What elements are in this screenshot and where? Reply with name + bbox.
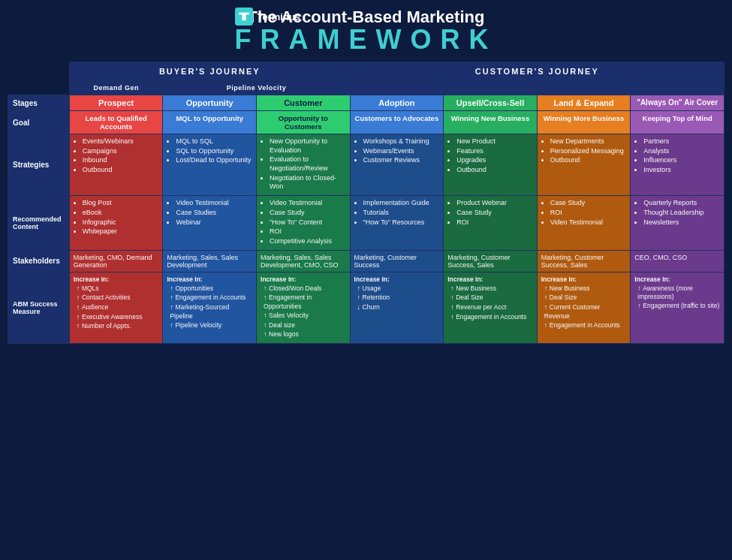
content-upsell: Product Webinar Case Study ROI bbox=[444, 196, 538, 250]
list-item: Video Testimonial bbox=[550, 218, 627, 227]
list-item: MQLs bbox=[77, 285, 159, 294]
list-item: Webinar bbox=[176, 218, 252, 227]
list-item: Customer Reviews bbox=[363, 156, 440, 165]
stage-customer: Customer bbox=[257, 95, 351, 111]
abm-customer-list: Closed/Won Deals Engagement in Opportuni… bbox=[261, 285, 346, 339]
abm-prospect: Increase In: MQLs Contact Activities Aud… bbox=[69, 272, 163, 343]
list-item: Deal size bbox=[264, 321, 346, 330]
content-prospect: Blog Post eBook Infographic Whitepaper bbox=[69, 196, 163, 250]
stages-label: Stages bbox=[8, 95, 70, 111]
list-item: Lost/Dead to Opportunity bbox=[176, 156, 252, 165]
list-item: New Opportunity to Evaluation bbox=[270, 137, 346, 155]
strategies-always: Partners Analysts Influencers Investors bbox=[631, 134, 724, 196]
strategies-row: Strategies Events/Webinars Campaigns Inb… bbox=[8, 134, 724, 196]
list-item: Campaigns bbox=[83, 147, 159, 156]
list-item: Outbound bbox=[456, 166, 533, 175]
goal-adoption: Customers to Advocates bbox=[350, 111, 444, 134]
list-item: New logos bbox=[264, 330, 346, 339]
stage-upsell: Upsell/Cross-Sell bbox=[444, 95, 538, 111]
list-item: Audience bbox=[77, 303, 159, 312]
empty-customer-subheader bbox=[350, 81, 724, 95]
abm-adoption: Increase In: Usage Retention Churn bbox=[350, 272, 444, 343]
list-item: Churn bbox=[357, 303, 440, 312]
header: Terminus The Account-Based Marketing FRA… bbox=[235, 8, 498, 56]
buyers-journey-header: BUYER'S JOURNEY bbox=[69, 62, 350, 81]
list-item: Retention bbox=[357, 294, 440, 303]
stakeholders-prospect: Marketing, CMO, Demand Generation bbox=[69, 250, 163, 272]
list-item: Inbound bbox=[83, 156, 159, 165]
strategies-adoption-list: Workshops & Training Webinars/Events Cus… bbox=[354, 137, 440, 165]
list-item: Contact Activities bbox=[77, 294, 159, 303]
stakeholders-row: Stakeholders Marketing, CMO, Demand Gene… bbox=[8, 250, 724, 272]
list-item: "How To" Content bbox=[270, 218, 346, 227]
customers-journey-header: CUSTOMER'S JOURNEY bbox=[350, 62, 724, 81]
list-item: Engagement in Accounts bbox=[170, 294, 252, 303]
list-item: Closed/Won Deals bbox=[264, 285, 346, 294]
list-item: Deal Size bbox=[450, 294, 533, 303]
stakeholders-upsell: Marketing, Customer Success, Sales bbox=[444, 250, 538, 272]
stakeholders-expand: Marketing, Customer Success, Sales bbox=[537, 250, 631, 272]
content-adoption: Implementation Guide Tutorials "How To" … bbox=[350, 196, 444, 250]
empty-subheader bbox=[8, 81, 70, 95]
content-adoption-list: Implementation Guide Tutorials "How To" … bbox=[354, 199, 440, 227]
goal-prospect: Leads to Qualified Accounts bbox=[69, 111, 163, 134]
content-always: Quarterly Reports Thought Leadership New… bbox=[631, 196, 724, 250]
list-item: Tutorials bbox=[363, 209, 440, 218]
stages-row: Stages Prospect Opportunity Customer Ado… bbox=[8, 95, 724, 111]
stage-prospect: Prospect bbox=[69, 95, 163, 111]
strategies-prospect-list: Events/Webinars Campaigns Inbound Outbou… bbox=[74, 137, 159, 175]
list-item: Quarterly Reports bbox=[643, 199, 720, 208]
abm-always: Increase In: Awareness (more impressions… bbox=[631, 272, 724, 343]
goal-expand: Winning More Business bbox=[537, 111, 631, 134]
goal-customer: Opportunity to Customers bbox=[257, 111, 351, 134]
abm-expand: Increase In: New Business Deal Size Curr… bbox=[537, 272, 631, 343]
list-item: SQL to Opportunity bbox=[176, 147, 252, 156]
abm-opportunity-list: Opportunities Engagement in Accounts Mar… bbox=[167, 285, 252, 330]
empty-corner bbox=[8, 62, 70, 81]
list-item: Whitepaper bbox=[83, 227, 159, 236]
content-always-list: Quarterly Reports Thought Leadership New… bbox=[634, 199, 720, 227]
abm-framework-table: BUYER'S JOURNEY CUSTOMER'S JOURNEY Deman… bbox=[8, 62, 724, 344]
list-item: New Product bbox=[456, 137, 533, 146]
list-item: Engagement in Opportunities bbox=[264, 294, 346, 311]
abm-expand-list: New Business Deal Size Current Customer … bbox=[541, 285, 627, 330]
list-item: Influencers bbox=[643, 156, 720, 165]
list-item: Implementation Guide bbox=[363, 199, 440, 208]
list-item: Case Study bbox=[456, 209, 533, 218]
list-item: Workshops & Training bbox=[363, 137, 440, 146]
strategies-expand: New Departments Personalized Messaging O… bbox=[537, 134, 631, 196]
content-expand-list: Case Study ROI Video Testimonial bbox=[541, 199, 627, 227]
list-item: Negotiation to Closed-Won bbox=[270, 174, 346, 191]
list-item: Blog Post bbox=[83, 199, 159, 208]
stage-opportunity: Opportunity bbox=[163, 95, 257, 111]
stage-always: "Always On" Air Cover bbox=[631, 95, 724, 111]
content-upsell-list: Product Webinar Case Study ROI bbox=[447, 199, 533, 227]
list-item: Engagement in Accounts bbox=[450, 313, 533, 322]
abm-label: ABM Success Measure bbox=[8, 272, 70, 343]
list-item: Product Webinar bbox=[456, 199, 533, 208]
list-item: Competitive Analysis bbox=[270, 237, 346, 246]
content-expand: Case Study ROI Video Testimonial bbox=[537, 196, 631, 250]
list-item: Opportunities bbox=[170, 285, 252, 294]
content-opportunity: Video Testimonial Case Studies Webinar bbox=[163, 196, 257, 250]
list-item: ROI bbox=[550, 209, 627, 218]
list-item: Case Study bbox=[550, 199, 627, 208]
strategies-always-list: Partners Analysts Influencers Investors bbox=[634, 137, 720, 175]
list-item: New Departments bbox=[550, 137, 627, 146]
goal-label: Goal bbox=[8, 111, 70, 134]
abm-upsell: Increase In: New Business Deal Size Reve… bbox=[444, 272, 538, 343]
list-item: eBook bbox=[83, 209, 159, 218]
list-item: Executive Awareness bbox=[77, 313, 159, 322]
list-item: Marketing-Sourced Pipeline bbox=[170, 303, 252, 321]
pipeline-velocity-subheader: Pipeline Velocity bbox=[163, 81, 350, 95]
list-item: Outbound bbox=[550, 156, 627, 165]
strategies-opportunity-list: MQL to SQL SQL to Opportunity Lost/Dead … bbox=[167, 137, 252, 165]
content-customer: Video Testimonial Case Study "How To" Co… bbox=[257, 196, 351, 250]
strategies-label: Strategies bbox=[8, 134, 70, 196]
list-item: Awareness (more impressions) bbox=[637, 285, 720, 302]
header-top: Terminus The Account-Based Marketing FRA… bbox=[235, 8, 498, 56]
list-item: Evaluation to Negotiation/Review bbox=[270, 155, 346, 173]
list-item: Partners bbox=[643, 137, 720, 146]
list-item: Case Studies bbox=[176, 209, 252, 218]
list-item: Events/Webinars bbox=[83, 137, 159, 146]
